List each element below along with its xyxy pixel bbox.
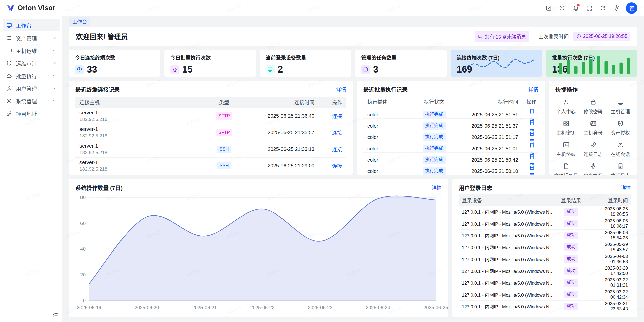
terminal-details-link[interactable]: 详情 — [336, 86, 346, 93]
table-row: color执行完成2025-06-25 21:50:42日志 — [363, 153, 538, 164]
connect-link[interactable]: 连接 — [332, 147, 342, 152]
fullscreen-icon[interactable] — [584, 2, 595, 14]
connect-link[interactable]: 连接 — [332, 130, 342, 136]
mini-line-chart — [462, 54, 537, 74]
welcome-title: 欢迎回来! 管理员 — [76, 31, 128, 41]
result-badge: 成功 — [564, 267, 578, 275]
batch-records-panel: 最近批量执行记录 详情 执行描述执行状态执行时间操作 color执行完成2025… — [357, 81, 545, 175]
user-avatar[interactable]: 管 — [626, 2, 637, 14]
notification-dot — [577, 4, 580, 6]
svg-text:2025-06-25: 2025-06-25 — [423, 305, 448, 310]
table-row: color执行完成2025-06-25 21:51:01日志 — [363, 141, 538, 153]
quick-action-command-execution[interactable]: 命令执行 — [580, 163, 607, 175]
quick-action-asset-authorization[interactable]: 资产授权 — [607, 120, 634, 136]
quick-action-change-password[interactable]: 修改密码 — [580, 99, 607, 115]
breadcrumb-tag-workbench[interactable]: 工作台 — [69, 17, 90, 26]
chevron-down-icon — [52, 74, 56, 78]
log-link[interactable]: 日志 — [529, 165, 534, 175]
status-badge: 执行完成 — [423, 133, 446, 141]
sidebar-collapse-icon[interactable] — [52, 312, 58, 318]
brand[interactable]: Orion Visor — [7, 4, 55, 12]
column-header: 登录结果 — [558, 197, 584, 204]
status-cell: 执行完成 — [414, 122, 454, 130]
sidebar-item-label: 工作台 — [16, 22, 56, 29]
safe-icon — [563, 120, 570, 127]
quick-action-connection-logs[interactable]: 连接日志 — [580, 141, 607, 157]
connect-link[interactable]: 连接 — [332, 163, 342, 169]
sidebar-item-label: 批量执行 — [16, 72, 48, 80]
link-icon — [6, 111, 12, 117]
protocol-badge: SSH — [217, 146, 231, 153]
panel-title: 快捷操作 — [555, 85, 578, 93]
stat-value: 3 — [373, 64, 378, 75]
svg-text:40: 40 — [80, 246, 86, 252]
clock-icon — [75, 65, 84, 74]
ops-details-link[interactable]: 详情 — [432, 184, 442, 191]
status-cell: 执行完成 — [414, 111, 454, 118]
login-details-link[interactable]: 详情 — [621, 184, 631, 191]
theme-light-icon[interactable] — [556, 2, 568, 14]
time-cell: 2025-03-29 17:42:50 — [584, 266, 631, 276]
refresh-icon[interactable] — [597, 2, 609, 14]
description-cell: color — [363, 123, 414, 129]
clock-icon — [576, 34, 581, 39]
time-cell: 2025-04-03 01:36:58 — [584, 254, 631, 264]
batch-details-link[interactable]: 详情 — [528, 86, 538, 93]
table-row: 127.0.0.1 - 内网IP - Mozilla/5.0 (Windows … — [459, 230, 631, 241]
action-cell: 连接 — [318, 162, 346, 169]
quick-action-label: 修改密码 — [584, 108, 603, 115]
sidebar-item-label: 资产管理 — [16, 34, 48, 42]
host-cell: server-1182.92.5.218 — [75, 110, 205, 122]
type-cell: SFTP — [205, 129, 243, 136]
time-cell: 2025-03-21 23:53:43 — [584, 301, 631, 312]
stat-label: 管理的任务数量 — [361, 54, 440, 61]
sidebar-item-project[interactable]: 项目地址 — [3, 108, 60, 119]
quick-action-label: 主机终端 — [556, 151, 576, 157]
host-ip: 182.92.5.218 — [79, 166, 201, 172]
shieldcheck-icon — [617, 120, 624, 127]
stat-value-row: 33 — [75, 64, 154, 75]
settings-gear-icon[interactable] — [611, 2, 622, 14]
column-header: 连接主机 — [75, 99, 205, 106]
sidebar-item-audit[interactable]: 运维审计 — [3, 57, 60, 69]
quick-action-label: 在线会话 — [611, 151, 630, 157]
quick-action-file-operation-logs[interactable]: 文件操作日志 — [552, 163, 580, 175]
host-name: server-1 — [79, 126, 201, 132]
svg-text:2025-06-19: 2025-06-19 — [77, 305, 101, 310]
sidebar-item-users[interactable]: 用户管理 — [3, 82, 60, 94]
last-login-label: 上次登录时间 — [539, 33, 569, 40]
stat-value: 33 — [87, 64, 97, 75]
result-cell: 成功 — [558, 291, 584, 298]
quick-action-host-keys[interactable]: 主机密钥 — [552, 120, 580, 136]
quick-action-host-management[interactable]: 主机管理 — [607, 99, 634, 115]
notification-bell-icon[interactable] — [570, 2, 582, 14]
table-row: color执行完成2025-06-25 21:51:51日志 — [363, 107, 538, 119]
quick-action-host-identity[interactable]: 主机身份 — [580, 120, 607, 136]
sidebar-item-workbench[interactable]: 工作台 — [3, 19, 60, 31]
action-cell: 连接 — [318, 129, 346, 136]
content: 欢迎回来! 管理员 您有 15 条未读消息 上次登录时间 2025-06-25 … — [62, 27, 644, 320]
time-cell: 2025-06-25 19:26:55 — [584, 206, 631, 217]
host-cell: server-1182.92.5.218 — [75, 143, 205, 155]
time-cell: 2025-06-25 21:36:40 — [243, 113, 318, 119]
sidebar-item-label: 用户管理 — [16, 85, 48, 92]
sidebar-item-batch-exec[interactable]: 批量执行 — [3, 70, 60, 82]
action-cell: 连接 — [318, 146, 346, 153]
sidebar-item-system[interactable]: 系统管理 — [3, 95, 60, 107]
welcome-meta: 您有 15 条未读消息 上次登录时间 2025-06-25 19:26:55 — [475, 31, 630, 42]
quick-action-host-terminal[interactable]: 主机终端 — [552, 141, 580, 157]
host-name: server-1 — [79, 110, 201, 116]
time-cell: 2025-06-25 21:51:37 — [454, 123, 522, 129]
unread-messages-badge[interactable]: 您有 15 条未读消息 — [475, 31, 529, 42]
sidebar-item-label: 系统管理 — [16, 97, 48, 105]
sidebar-item-host-ops[interactable]: 主机运维 — [3, 45, 60, 56]
stat-card-login-devices: 当前登录设备数量2 — [260, 50, 351, 77]
todo-check-icon[interactable] — [543, 2, 554, 14]
sidebar-item-assets[interactable]: 资产管理 — [3, 32, 60, 44]
connect-link[interactable]: 连接 — [332, 114, 342, 119]
quick-action-execution-logs[interactable]: 执行日志 — [607, 163, 634, 175]
quick-action-personal-center[interactable]: 个人中心 — [552, 99, 580, 115]
host-name: server-1 — [79, 160, 201, 165]
quick-action-online-sessions[interactable]: 在线会话 — [607, 141, 634, 157]
header-icon-group — [543, 2, 622, 14]
